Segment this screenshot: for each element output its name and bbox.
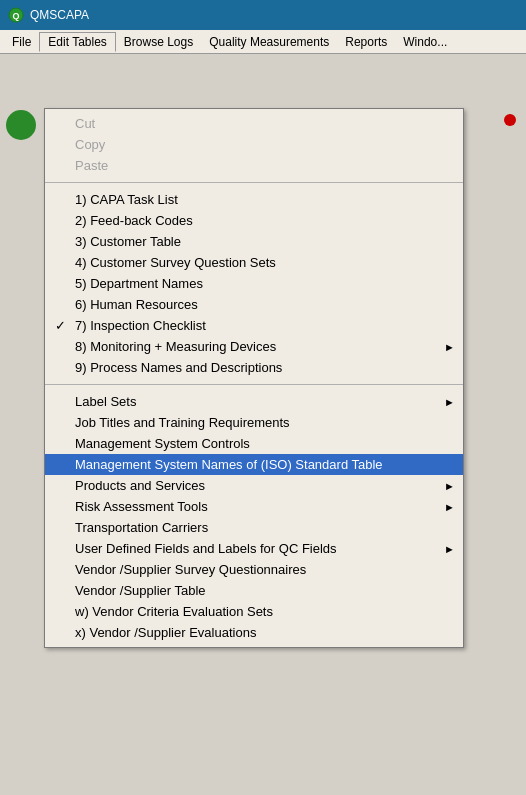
menu-paste[interactable]: Paste xyxy=(45,155,463,176)
menu-customer-table[interactable]: 3) Customer Table xyxy=(45,231,463,252)
dropdown-menu: Cut Copy Paste 1) CAPA Task List 2) Feed… xyxy=(44,108,464,648)
menu-edit-tables[interactable]: Edit Tables xyxy=(39,32,115,52)
label-section: Label Sets ► Job Titles and Training Req… xyxy=(45,387,463,647)
menu-management-names[interactable]: Management System Names of (ISO) Standar… xyxy=(45,454,463,475)
menu-vendor-evaluations[interactable]: x) Vendor /Supplier Evaluations xyxy=(45,622,463,643)
menu-quality-measurements[interactable]: Quality Measurements xyxy=(201,33,337,51)
menu-vendor-table[interactable]: Vendor /Supplier Table xyxy=(45,580,463,601)
menu-bar: File Edit Tables Browse Logs Quality Mea… xyxy=(0,30,526,54)
submenu-arrow-icon: ► xyxy=(444,341,455,353)
menu-reports[interactable]: Reports xyxy=(337,33,395,51)
menu-risk-assessment[interactable]: Risk Assessment Tools ► xyxy=(45,496,463,517)
title-bar: Q QMSCAPA xyxy=(0,0,526,30)
edit-section: Cut Copy Paste xyxy=(45,109,463,180)
separator-1 xyxy=(45,182,463,183)
menu-feedback-codes[interactable]: 2) Feed-back Codes xyxy=(45,210,463,231)
menu-label-sets[interactable]: Label Sets ► xyxy=(45,391,463,412)
menu-copy[interactable]: Copy xyxy=(45,134,463,155)
menu-user-defined[interactable]: User Defined Fields and Labels for QC Fi… xyxy=(45,538,463,559)
submenu-arrow-label-sets-icon: ► xyxy=(444,396,455,408)
menu-products-services[interactable]: Products and Services ► xyxy=(45,475,463,496)
app-icon: Q xyxy=(8,7,24,23)
svg-point-2 xyxy=(12,116,30,134)
svg-text:Q: Q xyxy=(12,11,19,21)
checkmark-icon: ✓ xyxy=(55,318,66,333)
separator-2 xyxy=(45,384,463,385)
menu-vendor-criteria[interactable]: w) Vendor Criteria Evaluation Sets xyxy=(45,601,463,622)
menu-window[interactable]: Windo... xyxy=(395,33,455,51)
submenu-arrow-user-defined-icon: ► xyxy=(444,543,455,555)
menu-vendor-survey[interactable]: Vendor /Supplier Survey Questionnaires xyxy=(45,559,463,580)
menu-human-resources[interactable]: 6) Human Resources xyxy=(45,294,463,315)
menu-browse-logs[interactable]: Browse Logs xyxy=(116,33,201,51)
menu-inspection-checklist[interactable]: ✓ 7) Inspection Checklist xyxy=(45,315,463,336)
menu-process-names[interactable]: 9) Process Names and Descriptions xyxy=(45,357,463,378)
menu-monitoring-devices[interactable]: 8) Monitoring + Measuring Devices ► xyxy=(45,336,463,357)
red-indicator xyxy=(504,114,516,126)
menu-cut[interactable]: Cut xyxy=(45,113,463,134)
menu-capa-task-list[interactable]: 1) CAPA Task List xyxy=(45,189,463,210)
submenu-arrow-risk-icon: ► xyxy=(444,501,455,513)
menu-management-controls[interactable]: Management System Controls xyxy=(45,433,463,454)
menu-department-names[interactable]: 5) Department Names xyxy=(45,273,463,294)
tables-section: 1) CAPA Task List 2) Feed-back Codes 3) … xyxy=(45,185,463,382)
submenu-arrow-products-icon: ► xyxy=(444,480,455,492)
menu-customer-survey[interactable]: 4) Customer Survey Question Sets xyxy=(45,252,463,273)
menu-file[interactable]: File xyxy=(4,33,39,51)
menu-transportation[interactable]: Transportation Carriers xyxy=(45,517,463,538)
toolbar-area xyxy=(6,110,36,140)
menu-job-titles[interactable]: Job Titles and Training Requirements xyxy=(45,412,463,433)
app-title: QMSCAPA xyxy=(30,8,89,22)
window-content: Cut Copy Paste 1) CAPA Task List 2) Feed… xyxy=(0,54,526,795)
